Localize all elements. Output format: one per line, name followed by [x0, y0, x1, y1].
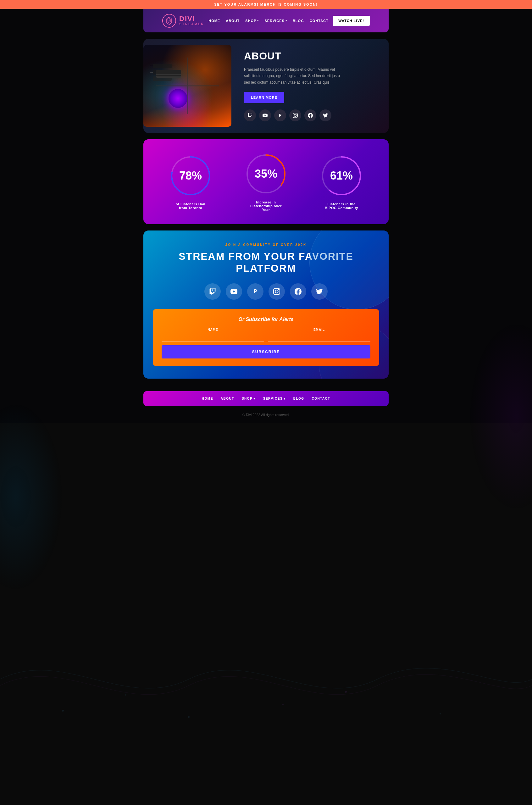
footer-nav-blog[interactable]: BLOG — [293, 397, 304, 400]
subscribe-box: Or Subscribe for Alerts NAME EMAIL SUBSC… — [153, 309, 379, 366]
stat-circle-1: 78% — [169, 154, 212, 198]
stream-social-icons: P — [153, 283, 379, 300]
main-nav: HOME ABOUT SHOP ▾ SERVICES ▾ BLOG CONTAC… — [208, 19, 328, 23]
footer-nav-shop[interactable]: SHOP ▾ — [242, 397, 255, 400]
svg-point-3 — [282, 704, 284, 705]
stat-item-1: 78% of Listeners Hail from Toronto — [169, 154, 212, 210]
subscribe-button[interactable]: SUBSCRIBE — [162, 345, 370, 359]
logo-subtitle: STREAMER — [179, 22, 204, 26]
top-banner: SET YOUR ALARMS! MERCH IS COMING SOON! — [0, 0, 532, 9]
stat-value-2: 35% — [255, 167, 277, 180]
logo-text: DIVI STREAMER — [179, 15, 204, 26]
stat-circle-2: 35% — [244, 152, 288, 196]
svg-point-4 — [345, 691, 347, 693]
stat-label-2: Increase in Listenership over Year — [247, 200, 285, 212]
svg-point-1 — [125, 694, 127, 695]
stream-social-facebook[interactable] — [290, 283, 306, 300]
about-content: ABOUT Praesent faucibus posuere turpis e… — [241, 50, 379, 121]
footer-nav-home[interactable]: HOME — [202, 397, 213, 400]
name-input[interactable] — [162, 333, 264, 342]
stream-eyebrow: JOIN A COMMUNITY OF OVER 200K — [153, 243, 379, 247]
svg-point-2 — [188, 716, 190, 718]
footer: HOME ABOUT SHOP ▾ SERVICES ▾ BLOG CONTAC… — [0, 391, 532, 423]
banner-text: SET YOUR ALARMS! MERCH IS COMING SOON! — [214, 2, 318, 6]
stat-label-3: Listeners in the BIPOC Community — [323, 202, 360, 210]
social-twitter[interactable] — [320, 110, 331, 121]
services-footer-chevron-icon: ▾ — [284, 397, 286, 400]
svg-point-5 — [440, 713, 441, 714]
footer-nav-contact[interactable]: CONTACT — [312, 397, 330, 400]
svg-rect-9 — [153, 70, 172, 75]
footer-nav: HOME ABOUT SHOP ▾ SERVICES ▾ BLOG CONTAC… — [144, 391, 388, 406]
page-content: ABOUT Praesent faucibus posuere turpis e… — [144, 32, 388, 391]
about-body: Praesent faucibus posuere turpis et dict… — [244, 66, 345, 85]
header: DIVI STREAMER HOME ABOUT SHOP ▾ SERVICES… — [144, 9, 388, 32]
stream-social-twitch[interactable] — [204, 283, 221, 300]
about-image-inner — [144, 45, 231, 127]
svg-rect-8 — [153, 64, 172, 68]
stat-value-1: 78% — [179, 169, 202, 183]
social-youtube[interactable] — [259, 110, 271, 121]
nav-about[interactable]: ABOUT — [226, 19, 240, 23]
social-patreon[interactable]: P — [274, 110, 286, 121]
logo[interactable]: DIVI STREAMER — [162, 14, 204, 28]
stream-social-instagram[interactable] — [268, 283, 285, 300]
stream-social-patreon[interactable]: P — [247, 283, 264, 300]
email-label: EMAIL — [268, 328, 370, 331]
social-facebook[interactable] — [304, 110, 316, 121]
nav-contact[interactable]: CONTACT — [310, 19, 328, 23]
nav-home[interactable]: HOME — [208, 19, 220, 23]
stat-circle-3: 61% — [320, 154, 363, 198]
stream-social-twitter[interactable] — [311, 283, 328, 300]
footer-nav-about[interactable]: ABOUT — [221, 397, 234, 400]
nav-services[interactable]: SERVICES ▾ — [264, 19, 287, 23]
name-input-group: NAME — [162, 328, 264, 342]
learn-more-button[interactable]: LEARN MORE — [244, 92, 284, 103]
shop-chevron-icon: ▾ — [257, 19, 259, 22]
svg-rect-10 — [153, 76, 172, 81]
about-section: ABOUT Praesent faucibus posuere turpis e… — [144, 39, 388, 133]
shop-footer-chevron-icon: ▾ — [253, 397, 255, 400]
social-instagram[interactable] — [289, 110, 301, 121]
social-twitch[interactable] — [244, 110, 256, 121]
stat-label-1: of Listeners Hail from Toronto — [172, 202, 209, 210]
stat-item-2: 35% Increase in Listenership over Year — [244, 152, 288, 212]
bg-glow-left — [0, 402, 63, 591]
email-input[interactable] — [268, 333, 370, 342]
nav-blog[interactable]: BLOG — [293, 19, 304, 23]
stream-social-youtube[interactable] — [226, 283, 242, 300]
about-image — [144, 45, 231, 127]
email-input-group: EMAIL — [268, 328, 370, 342]
name-label: NAME — [162, 328, 264, 331]
stat-item-3: 61% Listeners in the BIPOC Community — [320, 154, 363, 210]
logo-title: DIVI — [179, 15, 204, 22]
nav-shop[interactable]: SHOP ▾ — [245, 19, 259, 23]
watch-live-button[interactable]: WATCH LIVE! — [332, 16, 370, 26]
subscribe-title: Or Subscribe for Alerts — [162, 317, 370, 322]
stream-title: STREAM FROM YOUR FAVORITE PLATFORM — [153, 250, 379, 274]
footer-copyright: © Divi 2022 All rights reserved. — [0, 410, 532, 423]
waves-background — [0, 616, 532, 742]
subscribe-inputs: NAME EMAIL — [162, 328, 370, 342]
about-title: ABOUT — [244, 50, 379, 62]
stat-value-3: 61% — [330, 169, 353, 183]
about-social-icons: P — [244, 110, 379, 121]
stats-section: 78% of Listeners Hail from Toronto 35% I… — [144, 139, 388, 224]
logo-icon — [162, 14, 176, 28]
services-chevron-icon: ▾ — [285, 19, 287, 22]
footer-nav-services[interactable]: SERVICES ▾ — [263, 397, 286, 400]
stream-section: JOIN A COMMUNITY OF OVER 200K STREAM FRO… — [144, 230, 388, 379]
svg-point-0 — [62, 710, 64, 712]
